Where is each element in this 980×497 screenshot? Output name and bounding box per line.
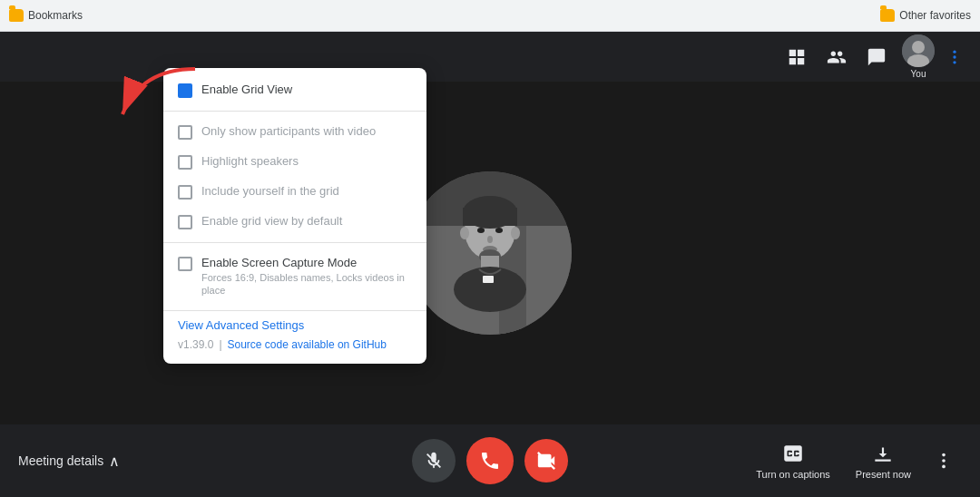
chat-button[interactable]	[858, 39, 895, 75]
video-area	[0, 82, 980, 424]
other-favorites-label: Other favorites	[899, 9, 971, 22]
user-label: You	[911, 69, 926, 79]
captions-label: Turn on captions	[756, 469, 830, 480]
screen-capture-block: Enable Screen Capture Mode Forces 16:9, …	[201, 256, 412, 297]
screen-capture-label: Enable Screen Capture Mode	[201, 256, 412, 269]
svg-point-15	[477, 228, 485, 233]
meeting-details-button[interactable]: Meeting details ∧	[18, 453, 120, 470]
divider-2	[163, 242, 426, 243]
folder-icon	[9, 9, 24, 22]
user-avatar-area: You	[902, 34, 935, 79]
svg-point-14	[511, 227, 520, 239]
highlight-speakers-label: Highlight speakers	[201, 154, 299, 168]
divider-1	[163, 111, 426, 112]
avatar[interactable]	[902, 34, 935, 67]
include-yourself-label: Include yourself in the grid	[201, 184, 339, 198]
camera-button[interactable]	[524, 439, 568, 482]
svg-point-13	[460, 227, 469, 239]
svg-point-16	[495, 228, 503, 233]
svg-point-3	[953, 50, 956, 53]
browser-bar: Bookmarks Other favorites	[0, 0, 980, 32]
participant-video	[408, 171, 572, 335]
enable-default-label: Enable grid view by default	[201, 214, 342, 228]
center-controls	[412, 437, 568, 484]
only-show-label: Only show participants with video	[201, 124, 376, 138]
source-code-link[interactable]: Source code available on GitHub	[228, 338, 387, 351]
present-now-button[interactable]: Present now	[845, 436, 922, 485]
enable-grid-checkbox[interactable]	[178, 83, 192, 98]
more-bottom-button[interactable]	[926, 443, 962, 479]
svg-rect-22	[483, 276, 494, 283]
other-favorites-button[interactable]: Other favorites	[880, 9, 971, 22]
grid-view-button[interactable]	[779, 39, 815, 75]
highlight-checkbox[interactable]	[178, 155, 192, 170]
svg-point-1	[912, 41, 925, 54]
version-text: v1.39.0	[178, 338, 213, 351]
enable-default-checkbox[interactable]	[178, 215, 192, 229]
include-yourself-checkbox[interactable]	[178, 185, 192, 200]
more-options-button[interactable]	[938, 41, 971, 73]
end-call-button[interactable]	[466, 437, 514, 484]
meet-toolbar: You	[0, 32, 980, 82]
bookmarks-button[interactable]: Bookmarks	[9, 9, 83, 22]
other-folder-icon	[880, 9, 895, 22]
screen-capture-sub: Forces 16:9, Disables names, Locks video…	[201, 271, 412, 297]
svg-point-27	[942, 465, 946, 469]
dropdown-popup: Enable Grid View Only show participants …	[163, 68, 426, 364]
include-yourself-item[interactable]: Include yourself in the grid	[163, 177, 426, 207]
people-button[interactable]	[818, 39, 855, 75]
only-show-checkbox[interactable]	[178, 125, 192, 140]
svg-point-4	[953, 55, 956, 58]
view-advanced-settings-link[interactable]: View Advanced Settings	[163, 311, 318, 339]
present-now-label: Present now	[856, 469, 911, 480]
highlight-speakers-item[interactable]: Highlight speakers	[163, 147, 426, 177]
bookmarks-label: Bookmarks	[28, 9, 83, 22]
enable-grid-view-item[interactable]: Enable Grid View	[163, 75, 426, 105]
svg-point-25	[942, 453, 946, 457]
meeting-details-label: Meeting details	[18, 453, 103, 468]
bottom-bar: Meeting details ∧	[0, 424, 980, 497]
svg-point-5	[953, 61, 956, 63]
right-controls: Turn on captions Present now	[745, 436, 962, 485]
enable-default-item[interactable]: Enable grid view by default	[163, 207, 426, 237]
screen-capture-checkbox[interactable]	[178, 257, 192, 271]
meet-area: You Enable Grid View Only show participa…	[0, 32, 980, 497]
svg-rect-12	[463, 208, 517, 226]
chevron-up-icon: ∧	[109, 453, 120, 470]
mic-button[interactable]	[412, 439, 456, 482]
screen-capture-item[interactable]: Enable Screen Capture Mode Forces 16:9, …	[163, 248, 426, 305]
only-show-item[interactable]: Only show participants with video	[163, 117, 426, 147]
version-separator: |	[219, 338, 221, 351]
svg-point-26	[942, 459, 946, 463]
captions-button[interactable]: Turn on captions	[745, 436, 841, 485]
svg-point-17	[487, 236, 493, 243]
enable-grid-label: Enable Grid View	[201, 83, 292, 96]
